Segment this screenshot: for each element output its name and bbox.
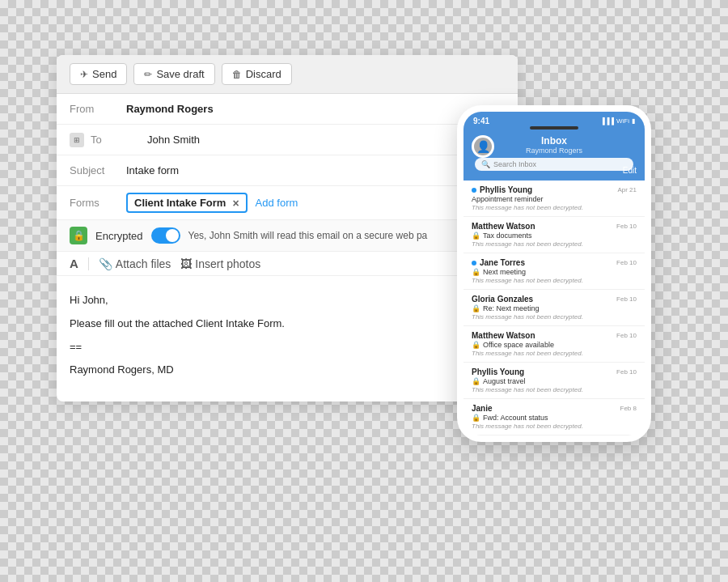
inbox-item[interactable]: Matthew Watson Feb 10 🔒 Office space ava…: [463, 326, 645, 363]
photo-icon: 🖼: [180, 257, 192, 270]
message-date: Feb 10: [616, 223, 637, 230]
inbox-item[interactable]: Janie Feb 8 🔒 Fwd: Account status This m…: [463, 399, 645, 435]
battery-icon: ▮: [632, 117, 635, 125]
from-value: Raymond Rogers: [126, 103, 505, 115]
paperclip-icon: 📎: [99, 257, 112, 270]
signal-icon: ▐▐▐: [600, 117, 614, 125]
add-form-link[interactable]: Add form: [256, 197, 298, 209]
email-compose-window: ✈ Send ✏ Save draft 🗑 Discard From Raymo…: [57, 55, 518, 401]
inbox-item[interactable]: Gloria Gonzales Feb 10 🔒 Re: Next meetin…: [463, 290, 645, 326]
wifi-icon: WiFi: [616, 117, 629, 125]
encrypted-toggle[interactable]: [151, 227, 180, 244]
subject-value: Intake form: [126, 164, 505, 176]
to-label: To: [91, 134, 147, 146]
sender-name: Phyllis Young: [472, 367, 524, 376]
lock-icon: 🔒: [472, 414, 480, 422]
inbox-list: Phyllis Young Apr 21 Appointment reminde…: [463, 181, 645, 435]
message-date: Feb 10: [616, 259, 637, 266]
lock-icon: 🔒: [472, 268, 480, 276]
message-subject: August travel: [483, 377, 526, 385]
compose-toolbar: ✈ Send ✏ Save draft 🗑 Discard: [57, 55, 518, 94]
unread-dot: [472, 188, 476, 193]
send-icon: ✈: [80, 69, 88, 80]
to-row: ⊞ To John Smith: [57, 125, 518, 155]
text-format-button[interactable]: A: [70, 257, 78, 270]
body-content: Please fill out the attached Client Inta…: [70, 316, 505, 333]
status-icons: ▐▐▐ WiFi ▮: [600, 117, 635, 125]
message-date: Feb 10: [616, 295, 637, 303]
body-separator: ==: [70, 339, 505, 356]
pencil-icon: ✏: [144, 69, 152, 80]
lock-icon: 🔒: [472, 232, 480, 240]
status-bar: 9:41 ▐▐▐ WiFi ▮: [463, 112, 645, 125]
status-time: 9:41: [473, 117, 489, 125]
message-preview: This message has not been decrypted.: [472, 277, 637, 284]
form-tag-label: Client Intake Form: [134, 197, 226, 209]
encrypted-description: Yes, John Smith will read this email on …: [188, 230, 428, 241]
forms-row: Forms Client Intake Form × Add form: [57, 186, 518, 220]
form-tag-remove-button[interactable]: ×: [232, 198, 239, 209]
message-subject: Tax documents: [483, 232, 532, 240]
forms-label: Forms: [70, 197, 126, 209]
sender-name: Gloria Gonzales: [472, 295, 533, 304]
from-row: From Raymond Rogers: [57, 94, 518, 125]
lock-icon: 🔒: [472, 304, 480, 312]
message-date: Apr 21: [617, 186, 637, 193]
sender-name: Phyllis Young: [480, 185, 532, 194]
subject-row: Subject Intake form: [57, 155, 518, 186]
from-label: From: [70, 103, 126, 115]
attach-files-button[interactable]: 📎 Attach files: [99, 257, 171, 270]
encrypted-row: 🔒 Encrypted Yes, John Smith will read th…: [57, 220, 518, 252]
message-date: Feb 10: [616, 332, 637, 339]
message-date: Feb 10: [616, 368, 637, 376]
avatar-image: 👤: [474, 138, 492, 155]
search-bar[interactable]: 🔍 Search Inbox: [475, 158, 633, 171]
sender-name: Janie: [472, 404, 493, 413]
format-row: A 📎 Attach files 🖼 Insert photos: [57, 252, 518, 276]
subject-label: Subject: [70, 164, 126, 176]
inbox-title: Inbox: [526, 135, 582, 147]
encrypted-label: Encrypted: [95, 230, 143, 242]
search-icon: 🔍: [481, 160, 490, 168]
lock-badge: 🔒: [70, 227, 87, 244]
inbox-item[interactable]: Jane Torres Feb 10 🔒 Next meeting This m…: [463, 253, 645, 290]
message-preview: This message has not been decrypted.: [472, 313, 637, 321]
inbox-item[interactable]: Phyllis Young Feb 10 🔒 August travel Thi…: [463, 363, 645, 399]
unread-dot: [472, 261, 476, 266]
send-button[interactable]: ✈ Send: [70, 63, 127, 85]
body-signature: Raymond Rogers, MD: [70, 362, 505, 379]
message-preview: This message has not been decrypted.: [472, 423, 637, 430]
lock-icon: 🔒: [472, 341, 480, 349]
sender-name: Matthew Watson: [472, 331, 535, 340]
inbox-item[interactable]: Phyllis Young Apr 21 Appointment reminde…: [463, 181, 645, 217]
insert-photos-button[interactable]: 🖼 Insert photos: [180, 257, 260, 270]
message-subject: Fwd: Account status: [483, 414, 548, 422]
notch-bar: [530, 126, 578, 130]
inbox-subtitle: Raymond Rogers: [526, 147, 582, 155]
search-placeholder: Search Inbox: [493, 160, 536, 168]
message-subject: Appointment reminder: [472, 195, 544, 203]
message-date: Feb 8: [620, 405, 637, 412]
message-subject: Re: Next meeting: [483, 304, 540, 312]
message-subject: Next meeting: [483, 268, 526, 276]
to-icon: ⊞: [70, 133, 84, 147]
edit-button[interactable]: Edit: [623, 166, 637, 175]
trash-icon: 🗑: [232, 69, 242, 80]
sender-name: Jane Torres: [480, 258, 525, 267]
phone-mockup: 9:41 ▐▐▐ WiFi ▮ 👤 Inbox Raymond Rogers E…: [457, 105, 651, 442]
discard-button[interactable]: 🗑 Discard: [222, 63, 292, 85]
divider: [88, 257, 89, 270]
toggle-knob: [166, 229, 179, 242]
form-tag: Client Intake Form ×: [126, 193, 248, 213]
message-subject: Office space available: [483, 341, 554, 349]
message-preview: This message has not been decrypted.: [472, 386, 637, 393]
save-draft-button[interactable]: ✏ Save draft: [133, 63, 214, 85]
message-preview: This message has not been decrypted.: [472, 204, 637, 211]
sender-name: Matthew Watson: [472, 222, 535, 231]
body-greeting: Hi John,: [70, 292, 505, 309]
message-preview: This message has not been decrypted.: [472, 240, 637, 248]
email-body[interactable]: Hi John, Please fill out the attached Cl…: [57, 276, 518, 401]
avatar: 👤: [472, 135, 494, 158]
to-value: John Smith: [147, 134, 505, 146]
inbox-item[interactable]: Matthew Watson Feb 10 🔒 Tax documents Th…: [463, 217, 645, 253]
